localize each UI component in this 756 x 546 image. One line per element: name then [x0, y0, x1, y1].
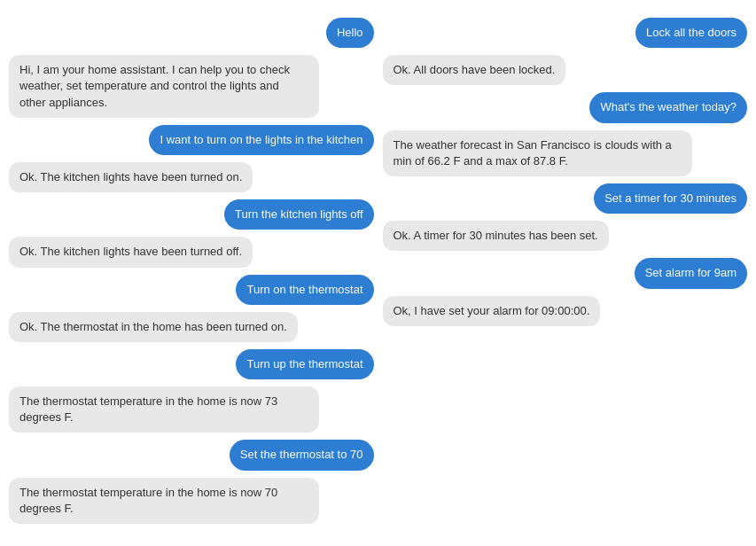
message-row: Set alarm for 9am — [383, 258, 748, 288]
message-row: Ok. The kitchen lights have been turned … — [9, 237, 374, 267]
message-row: I want to turn on the lights in the kitc… — [9, 125, 374, 155]
right-column: Lock all the doorsOk. All doors have bee… — [383, 18, 748, 524]
user-bubble: Turn the kitchen lights off — [224, 199, 374, 230]
message-row: Ok, I have set your alarm for 09:00:00. — [383, 296, 748, 326]
message-row: Ok. A timer for 30 minutes has been set. — [383, 221, 748, 251]
assistant-bubble: The thermostat temperature in the home i… — [9, 386, 319, 433]
left-column: HelloHi, I am your home assistant. I can… — [9, 18, 374, 524]
assistant-bubble: Ok, I have set your alarm for 09:00:00. — [383, 296, 601, 326]
assistant-bubble: Ok. All doors have been locked. — [383, 55, 566, 85]
message-row: Ok. The thermostat in the home has been … — [9, 312, 374, 342]
message-row: The weather forecast in San Francisco is… — [383, 130, 748, 176]
user-bubble: Turn up the thermostat — [236, 349, 373, 379]
user-bubble: What's the weather today? — [589, 92, 747, 122]
user-bubble: Set alarm for 9am — [635, 258, 747, 288]
user-bubble: I want to turn on the lights in the kitc… — [149, 125, 373, 155]
message-row: Turn on the thermostat — [9, 275, 374, 305]
message-row: Hello — [9, 18, 374, 48]
assistant-bubble: The thermostat temperature in the home i… — [9, 478, 319, 524]
assistant-bubble: Ok. The kitchen lights have been turned … — [9, 237, 253, 267]
user-bubble: Set a timer for 30 minutes — [594, 183, 747, 214]
message-row: The thermostat temperature in the home i… — [9, 386, 374, 433]
user-bubble: Hello — [326, 18, 374, 48]
assistant-bubble: Ok. A timer for 30 minutes has been set. — [383, 221, 609, 251]
assistant-bubble: Hi, I am your home assistant. I can help… — [9, 55, 319, 118]
message-row: Set a timer for 30 minutes — [383, 183, 748, 214]
message-row: Ok. The kitchen lights have been turned … — [9, 162, 374, 192]
user-bubble: Turn on the thermostat — [236, 275, 373, 305]
message-row: The thermostat temperature in the home i… — [9, 478, 374, 524]
message-row: Set the thermostat to 70 — [9, 440, 374, 470]
assistant-bubble: Ok. The kitchen lights have been turned … — [9, 162, 253, 192]
message-row: Lock all the doors — [383, 18, 748, 48]
message-row: Turn the kitchen lights off — [9, 199, 374, 230]
assistant-bubble: Ok. The thermostat in the home has been … — [9, 312, 298, 342]
user-bubble: Lock all the doors — [635, 18, 747, 48]
assistant-bubble: The weather forecast in San Francisco is… — [383, 130, 693, 176]
message-row: Hi, I am your home assistant. I can help… — [9, 55, 374, 118]
chat-container: HelloHi, I am your home assistant. I can… — [0, 0, 756, 542]
user-bubble: Set the thermostat to 70 — [230, 440, 374, 470]
message-row: Turn up the thermostat — [9, 349, 374, 379]
message-row: What's the weather today? — [383, 92, 748, 122]
message-row: Ok. All doors have been locked. — [383, 55, 748, 85]
